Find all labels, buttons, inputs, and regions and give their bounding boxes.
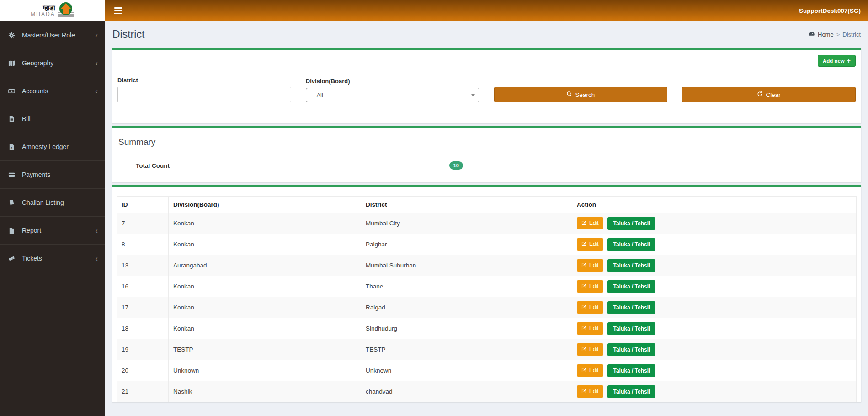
table-card: ID Division(Board) District Action 7 Kon…	[112, 185, 861, 402]
cell-action: Edit Taluka / Tehsil	[572, 381, 857, 402]
edit-pencil-icon	[581, 304, 587, 311]
division-filter-label: Division(Board)	[306, 78, 479, 85]
content-header: District Home > District	[105, 21, 868, 48]
district-table: ID Division(Board) District Action 7 Kon…	[117, 196, 857, 402]
taluka-tehsil-button[interactable]: Taluka / Tehsil	[607, 364, 655, 377]
cell-division: Nashik	[169, 381, 361, 402]
cogs-icon	[8, 32, 18, 39]
cell-id: 8	[117, 234, 169, 255]
clear-button[interactable]: Clear	[682, 87, 856, 102]
edit-button-label: Edit	[589, 388, 599, 395]
add-new-label: Add new	[823, 58, 845, 64]
table-header-row: ID Division(Board) District Action	[117, 197, 857, 213]
edit-button[interactable]: Edit	[577, 364, 603, 377]
cell-district: Unknown	[361, 360, 572, 381]
cell-district: chandvad	[361, 381, 572, 402]
cell-division: Konkan	[169, 297, 361, 318]
sidebar-item[interactable]: Challan Listing ‹	[0, 189, 105, 217]
sidebar-item-label: Tickets	[22, 255, 95, 262]
taluka-tehsil-button[interactable]: Taluka / Tehsil	[607, 259, 655, 272]
edit-button[interactable]: Edit	[577, 322, 603, 335]
table-row: 19 TESTP TESTP Edit Taluka / Tehs	[117, 339, 857, 360]
sidebar-item-label: Amnesty Ledger	[22, 143, 95, 150]
sidebar-item[interactable]: Accounts ‹	[0, 77, 105, 105]
taluka-tehsil-button[interactable]: Taluka / Tehsil	[607, 385, 655, 398]
taluka-tehsil-button[interactable]: Taluka / Tehsil	[607, 238, 655, 251]
cell-id: 16	[117, 276, 169, 297]
taluka-button-label: Taluka / Tehsil	[613, 389, 650, 395]
taluka-button-label: Taluka / Tehsil	[613, 304, 650, 311]
chevron-left-icon: ‹	[95, 227, 98, 235]
sidebar-item-label: Bill	[22, 115, 95, 123]
table-row: 17 Konkan Raigad Edit Taluka / Te	[117, 297, 857, 318]
sidebar-item[interactable]: x Amnesty Ledger ‹	[0, 133, 105, 161]
sidebar-item-label: Challan Listing	[22, 199, 95, 206]
district-filter-input[interactable]	[117, 87, 291, 102]
cell-action: Edit Taluka / Tehsil	[572, 213, 857, 234]
edit-button[interactable]: Edit	[577, 301, 603, 314]
mhada-logo[interactable]: म्हाडा MHADA	[0, 0, 105, 21]
taluka-tehsil-button[interactable]: Taluka / Tehsil	[607, 322, 655, 335]
cell-district: Palghar	[361, 234, 572, 255]
taluka-button-label: Taluka / Tehsil	[613, 347, 650, 353]
chevron-left-icon: ‹	[95, 32, 98, 39]
taluka-tehsil-button[interactable]: Taluka / Tehsil	[607, 343, 655, 356]
edit-button[interactable]: Edit	[577, 385, 603, 398]
edit-pencil-icon	[581, 325, 587, 332]
top-navbar: SupportDesk007(SG)	[105, 0, 868, 21]
column-header-division: Division(Board)	[169, 197, 361, 213]
sidebar-item[interactable]: Payments ‹	[0, 161, 105, 189]
table-row: 13 Aurangabad Mumbai Suburban Edit	[117, 255, 857, 276]
credit-card-icon	[8, 171, 18, 178]
cell-id: 7	[117, 213, 169, 234]
sidebar-item[interactable]: Geography ‹	[0, 49, 105, 77]
edit-pencil-icon	[581, 241, 587, 248]
taluka-button-label: Taluka / Tehsil	[613, 325, 650, 332]
column-header-id: ID	[117, 197, 169, 213]
cell-id: 13	[117, 255, 169, 276]
map-icon	[8, 60, 18, 67]
sidebar-menu: Masters/User Role ‹ Geography ‹ Accounts…	[0, 21, 105, 272]
sidebar-item[interactable]: Report ‹	[0, 217, 105, 245]
breadcrumb-home-link[interactable]: Home	[818, 31, 834, 38]
cell-action: Edit Taluka / Tehsil	[572, 234, 857, 255]
cell-district: Mumbai Suburban	[361, 255, 572, 276]
cell-id: 21	[117, 381, 169, 402]
add-new-button[interactable]: Add new +	[818, 55, 856, 67]
division-select[interactable]: --All--	[306, 88, 479, 102]
sidebar-item-label: Masters/User Role	[22, 32, 95, 39]
ticket-icon	[8, 255, 18, 262]
logo-text: म्हाडा MHADA	[31, 4, 55, 17]
summary-divider	[117, 153, 485, 153]
search-button[interactable]: Search	[494, 87, 668, 102]
taluka-tehsil-button[interactable]: Taluka / Tehsil	[607, 217, 655, 230]
cell-district: Sindhudurg	[361, 318, 572, 339]
sidebar-item[interactable]: Masters/User Role ‹	[0, 21, 105, 49]
user-account-label[interactable]: SupportDesk007(SG)	[799, 7, 861, 14]
column-header-district: District	[361, 197, 572, 213]
edit-pencil-icon	[581, 346, 587, 353]
hamburger-menu-icon[interactable]	[112, 5, 124, 16]
edit-button[interactable]: Edit	[577, 343, 603, 356]
edit-button[interactable]: Edit	[577, 259, 603, 272]
dashboard-gauge-icon	[809, 31, 815, 38]
search-icon	[566, 91, 572, 98]
filter-card: Add new + District Division(Board) --All…	[112, 48, 861, 123]
sidebar-item[interactable]: Bill ‹	[0, 105, 105, 133]
edit-button[interactable]: Edit	[577, 217, 603, 229]
money-icon	[8, 88, 18, 95]
edit-pencil-icon	[581, 367, 587, 374]
taluka-tehsil-button[interactable]: Taluka / Tehsil	[607, 280, 655, 293]
taluka-button-label: Taluka / Tehsil	[613, 368, 650, 374]
edit-pencil-icon	[581, 283, 587, 290]
edit-button-label: Edit	[589, 367, 599, 373]
sidebar-item[interactable]: Tickets ‹	[0, 245, 105, 272]
taluka-tehsil-button[interactable]: Taluka / Tehsil	[607, 301, 655, 314]
sidebar-item-label: Accounts	[22, 87, 95, 95]
edit-button-label: Edit	[589, 262, 599, 268]
edit-button[interactable]: Edit	[577, 238, 603, 251]
edit-button[interactable]: Edit	[577, 280, 603, 293]
cell-division: Konkan	[169, 318, 361, 339]
edit-pencil-icon	[581, 388, 587, 395]
cell-district: Mumbai City	[361, 213, 572, 234]
